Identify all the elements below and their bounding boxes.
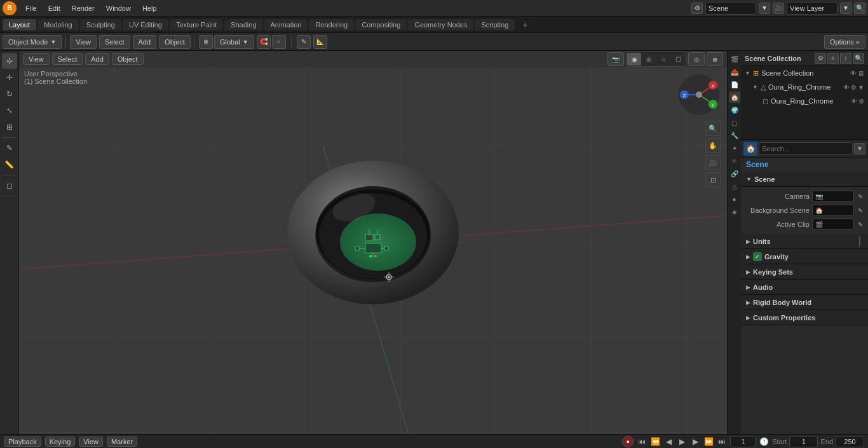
props-search-input[interactable]: [759, 142, 853, 155]
record-btn[interactable]: ●: [622, 436, 634, 447]
tool-annotate[interactable]: ✎: [2, 140, 17, 156]
render-engine-btn[interactable]: 🎥: [773, 3, 784, 14]
props-tab-view-layer[interactable]: 📄: [729, 79, 740, 90]
view-layer-expand-btn[interactable]: ▼: [840, 3, 851, 14]
tool-rotate[interactable]: ↻: [2, 86, 17, 102]
view-btn[interactable]: View: [79, 437, 103, 447]
camera-pencil-icon[interactable]: ✎: [858, 193, 863, 200]
props-tab-material[interactable]: ●: [729, 193, 740, 205]
object-btn[interactable]: Object: [159, 35, 191, 49]
tab-rendering[interactable]: Rendering: [309, 19, 354, 31]
viewport-view-btn[interactable]: View: [23, 53, 50, 65]
tool-measure[interactable]: 📏: [2, 157, 17, 172]
viewport-object-btn[interactable]: Object: [112, 53, 144, 65]
pan-btn[interactable]: ✋: [705, 138, 721, 153]
tab-uv-editing[interactable]: UV Editing: [123, 19, 168, 31]
tab-layout[interactable]: Layout: [3, 19, 36, 31]
outliner-obj-restrict-render[interactable]: 👁: [851, 98, 857, 105]
marker-btn[interactable]: Marker: [107, 437, 137, 447]
tool-transform[interactable]: ⊞: [2, 119, 17, 135]
skip-to-start-btn[interactable]: ⏮: [636, 436, 648, 447]
outliner-oura-restrict-viewport[interactable]: ⚙: [851, 84, 857, 91]
props-tab-output[interactable]: 📤: [729, 66, 740, 78]
proportional-edit-btn[interactable]: ○: [272, 35, 286, 49]
props-tab-modifiers[interactable]: 🔧: [729, 130, 740, 141]
tab-animation[interactable]: Animation: [264, 19, 308, 31]
scene-expand-btn[interactable]: ▼: [759, 3, 770, 14]
viewport-overlay-btn[interactable]: ⊙: [688, 52, 705, 66]
viewport-add-btn[interactable]: Add: [85, 53, 109, 65]
skip-to-end-btn[interactable]: ⏭: [716, 436, 728, 447]
outliner-restrict-viewport-icon[interactable]: 🖥: [858, 70, 864, 77]
annotate-btn[interactable]: ✎: [297, 35, 311, 49]
viewport-gizmo-toggle-btn[interactable]: ⊕: [707, 52, 723, 66]
snap-btn[interactable]: 🧲: [257, 35, 271, 49]
custom-props-section-header[interactable]: ▶ Custom Properties: [741, 310, 868, 325]
active-clip-pencil-icon[interactable]: ✎: [858, 221, 863, 228]
playback-btn[interactable]: Playback: [4, 437, 41, 447]
scene-name-input[interactable]: [705, 2, 756, 15]
tool-add-cube[interactable]: ◻: [2, 178, 17, 193]
props-filter-btn[interactable]: ▼: [854, 143, 865, 154]
viewport-shading-wireframe-btn[interactable]: ☐: [671, 53, 685, 65]
prev-keyframe-btn[interactable]: ◀: [663, 436, 674, 447]
props-tab-particles[interactable]: ✦: [729, 142, 740, 154]
tab-modeling[interactable]: Modeling: [37, 19, 79, 31]
navigation-gizmo[interactable]: X Y Z: [677, 73, 721, 116]
outliner-new-collection-btn[interactable]: +: [827, 53, 839, 64]
props-tab-object[interactable]: ▢: [729, 117, 740, 128]
props-tab-shaderfx[interactable]: ◈: [729, 206, 740, 217]
frame-clock-icon[interactable]: 🕐: [758, 436, 770, 447]
tool-cursor[interactable]: ⊹: [2, 53, 17, 69]
tool-scale[interactable]: ⤡: [2, 103, 17, 118]
viewport[interactable]: View Select Add Object 📷 ◉ ◎ ○ ☐ ⊙ ⊕: [19, 51, 727, 434]
end-frame-input[interactable]: [836, 436, 864, 447]
start-frame-input[interactable]: [789, 436, 818, 447]
viewport-shading-material-btn[interactable]: ◎: [642, 53, 656, 65]
play-btn[interactable]: ▶: [676, 436, 688, 447]
current-frame-input[interactable]: [730, 436, 756, 447]
viewport-shading-rendered-btn[interactable]: ○: [656, 53, 670, 65]
active-clip-prop-value[interactable]: 🎬: [812, 219, 854, 230]
outliner-sort-btn[interactable]: ↕: [840, 53, 851, 64]
menu-file[interactable]: File: [20, 3, 42, 13]
scene-icon-btn[interactable]: ⚙: [691, 3, 703, 14]
outliner-search-btn[interactable]: 🔍: [853, 53, 864, 64]
tab-texture-paint[interactable]: Texture Paint: [170, 19, 223, 31]
tab-geometry-nodes[interactable]: Geometry Nodes: [408, 19, 473, 31]
props-tab-physics[interactable]: ⚛: [729, 155, 740, 166]
outliner-filter-btn[interactable]: ⚙: [815, 53, 826, 64]
front-view-btn[interactable]: ⊡: [705, 172, 721, 187]
gravity-section-header[interactable]: ▶ ✓ Gravity: [741, 249, 868, 264]
measure-btn[interactable]: 📐: [313, 35, 327, 49]
outliner-restrict-render-icon[interactable]: 👁: [850, 70, 857, 77]
audio-section-header[interactable]: ▶ Audio: [741, 280, 868, 295]
outliner-item-oura-obj[interactable]: ◻ Oura_Ring_Chrome 👁 ⚙: [741, 94, 868, 108]
camera-prop-value[interactable]: 📷: [812, 191, 854, 202]
transform-pivot-btn[interactable]: ⊕: [199, 35, 213, 49]
props-tab-render[interactable]: 🎬: [729, 53, 740, 65]
viewport-shading-solid-btn[interactable]: ◉: [627, 53, 641, 65]
menu-window[interactable]: Window: [101, 3, 136, 13]
outliner-oura-restrict-render[interactable]: 👁: [843, 84, 850, 91]
tool-move[interactable]: ✛: [2, 70, 17, 85]
view-layer-input[interactable]: [787, 2, 837, 15]
info-btn[interactable]: 🔍: [854, 3, 865, 14]
props-tab-constraints[interactable]: 🔗: [729, 168, 740, 179]
background-scene-pencil-icon[interactable]: ✎: [858, 207, 863, 214]
outliner-oura-select[interactable]: ▼: [858, 84, 864, 91]
outliner-obj-restrict-viewport[interactable]: ⚙: [858, 98, 864, 105]
options-btn[interactable]: Options »: [824, 35, 865, 49]
units-section-header[interactable]: ▶ Units: [741, 234, 868, 249]
tab-add[interactable]: +: [516, 18, 534, 32]
tab-scripting[interactable]: Scripting: [475, 19, 515, 31]
viewport-select-mode-btn[interactable]: Select: [52, 53, 83, 65]
props-tab-scene[interactable]: 🏠: [729, 92, 740, 103]
zoom-in-btn[interactable]: 🔍: [705, 121, 721, 136]
outliner-item-scene-collection[interactable]: ▼ ⊞ Scene Collection 👁 🖥: [741, 66, 868, 80]
props-scene-icon-btn[interactable]: 🏠: [743, 142, 757, 156]
background-scene-prop-value[interactable]: 🏠: [812, 205, 854, 216]
tab-sculpting[interactable]: Sculpting: [80, 19, 121, 31]
object-mode-btn[interactable]: Object Mode ▼: [3, 35, 62, 49]
camera-view-btn[interactable]: 🎥: [705, 155, 721, 170]
